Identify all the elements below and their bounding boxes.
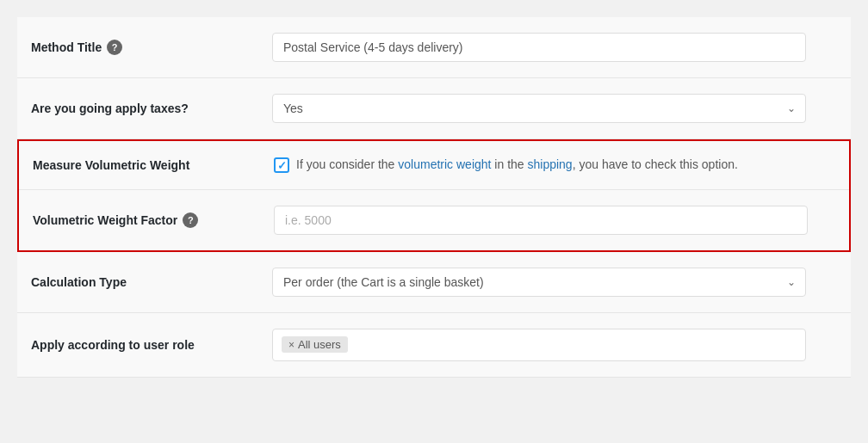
apply-taxes-label: Are you going apply taxes? [31, 102, 272, 115]
calculation-type-label: Calculation Type [31, 275, 272, 289]
method-title-help-icon[interactable]: ? [107, 40, 122, 55]
user-role-control: × All users [272, 329, 837, 361]
label-text: Method Title [31, 40, 102, 54]
calculation-type-control: Per order (the Cart is a single basket) … [272, 268, 837, 297]
label-text: Apply according to user role [31, 338, 195, 352]
user-role-label: Apply according to user role [31, 338, 272, 352]
apply-taxes-select[interactable]: Yes No [272, 94, 806, 123]
volumetric-factor-help-icon[interactable]: ? [183, 212, 198, 228]
measure-volumetric-row: Measure Volumetric Weight ✓ If you consi… [19, 141, 849, 190]
measure-volumetric-control: ✓ If you consider the volumetric weight … [274, 157, 835, 174]
volumetric-factor-row: Volumetric Weight Factor ? [19, 190, 849, 250]
checkbox-wrap: ✓ If you consider the volumetric weight … [274, 157, 835, 174]
checkmark-icon: ✓ [277, 160, 287, 171]
calculation-type-select-wrap: Per order (the Cart is a single basket) … [272, 268, 806, 297]
apply-taxes-select-wrap: Yes No ⌄ [272, 94, 806, 123]
method-title-input[interactable] [272, 33, 806, 62]
tag-label: All users [298, 338, 341, 351]
tag-remove-icon[interactable]: × [288, 339, 294, 351]
volumetric-factor-control [274, 206, 835, 235]
calculation-type-select[interactable]: Per order (the Cart is a single basket) … [272, 268, 806, 297]
measure-volumetric-label: Measure Volumetric Weight [33, 158, 274, 172]
checkbox-description: If you consider the volumetric weight in… [296, 157, 738, 174]
label-text: Measure Volumetric Weight [33, 158, 189, 172]
all-users-tag: × All users [282, 336, 348, 353]
label-text: Volumetric Weight Factor [33, 213, 177, 227]
settings-form: Method Title ? Are you going apply taxes… [17, 17, 851, 378]
method-title-control [272, 33, 837, 62]
volumetric-factor-input[interactable] [274, 206, 808, 235]
calculation-type-row: Calculation Type Per order (the Cart is … [17, 252, 851, 313]
apply-taxes-row: Are you going apply taxes? Yes No ⌄ [17, 78, 851, 139]
measure-volumetric-checkbox[interactable]: ✓ [274, 157, 289, 173]
user-role-tag-input[interactable]: × All users [272, 329, 806, 361]
volumetric-section: Measure Volumetric Weight ✓ If you consi… [17, 139, 851, 252]
method-title-label: Method Title ? [31, 40, 272, 55]
label-text: Calculation Type [31, 275, 127, 289]
apply-taxes-control: Yes No ⌄ [272, 94, 837, 123]
shipping-link: shipping [527, 157, 572, 171]
label-text: Are you going apply taxes? [31, 102, 189, 115]
volumetric-factor-label: Volumetric Weight Factor ? [33, 212, 274, 228]
volumetric-weight-link: volumetric weight [398, 157, 491, 171]
user-role-row: Apply according to user role × All users [17, 313, 851, 378]
method-title-row: Method Title ? [17, 17, 851, 78]
